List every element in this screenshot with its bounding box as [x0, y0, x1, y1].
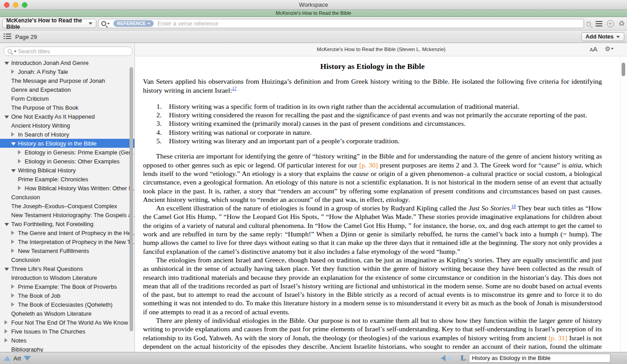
toc-item[interactable]: History as Etiology in the Bible: [0, 139, 135, 148]
toc-item[interactable]: Prime Example: The Book of Proverbs: [0, 282, 135, 291]
gear-icon[interactable]: ⚙: [605, 45, 614, 52]
toc-item[interactable]: The Purpose of This Book: [0, 103, 135, 112]
disclosure-closed-icon[interactable]: [11, 239, 18, 245]
criteria-list-item: 3.History writing examined the (primaril…: [156, 119, 602, 128]
add-notes-button[interactable]: Add Notes: [581, 32, 625, 41]
chevron-down-icon: [147, 23, 150, 25]
workspace-tab-bar[interactable]: McKenzie's How to Read the Bible: [0, 10, 627, 17]
table-of-contents-icon[interactable]: [4, 34, 11, 39]
disclosure-closed-icon[interactable]: [18, 158, 25, 165]
disclosure-open-icon[interactable]: [4, 60, 11, 66]
disclosure-closed-icon[interactable]: [4, 319, 11, 326]
disclosure-closed-icon[interactable]: [11, 283, 18, 290]
disclosure-closed-icon[interactable]: [18, 185, 25, 192]
sidebar-scrollbar[interactable]: [130, 67, 133, 331]
reference-scope-pill[interactable]: REFERENCE: [113, 20, 154, 27]
toc-item[interactable]: Five Issues In The Churches: [0, 327, 135, 336]
toc-item[interactable]: The Message and Purpose of Jonah: [0, 76, 135, 85]
toc-item[interactable]: Four Not The End Of The World As We Know…: [0, 318, 135, 327]
next-article-button[interactable]: [24, 356, 31, 361]
criteria-list-item: 2.History writing considered the reason …: [156, 111, 602, 119]
active-tab-label[interactable]: McKenzie's How to Read the Bible: [0, 10, 627, 17]
body-text: .: [408, 196, 410, 203]
toc-item[interactable]: Prime Example: Chronicles: [0, 175, 135, 184]
toc-item[interactable]: Introduction Jonah And Genre: [0, 58, 135, 67]
reader-book-title: McKenzie's How to Read the Bible (Steven…: [135, 47, 627, 52]
add-icon[interactable]: +: [607, 20, 614, 27]
verse-search-field[interactable]: REFERENCE Enter a verse reference: [98, 19, 584, 28]
disclosure-open-icon[interactable]: [4, 266, 11, 272]
toc-item[interactable]: Introduction to Wisdom Literature: [0, 273, 135, 282]
disclosure-closed-icon[interactable]: [11, 301, 18, 308]
toc-search-field[interactable]: Search titles: [4, 47, 133, 56]
footnote-link[interactable]: 18: [511, 204, 516, 209]
toc-item[interactable]: Etiology in Genesis: Prime Example (Gen…: [0, 148, 135, 157]
disclosure-closed-icon[interactable]: [18, 149, 25, 156]
toc-item[interactable]: Writing Biblical History: [0, 166, 135, 175]
disclosure-open-icon[interactable]: [11, 167, 18, 174]
disclosure-closed-icon[interactable]: [11, 131, 18, 138]
toc-item[interactable]: Genre and Expectation: [0, 85, 135, 94]
toc-item-label: Ancient History Writing: [11, 122, 70, 129]
disclosure-closed-icon[interactable]: [11, 230, 18, 236]
toolbar-icon-group: + ♻: [586, 19, 625, 29]
disclosure-open-icon[interactable]: [11, 140, 18, 147]
back-button[interactable]: [441, 355, 445, 361]
book-selector-label: McKenzie's How to Read the Bible: [6, 17, 89, 30]
toc-item[interactable]: Ancient History Writing: [0, 121, 135, 130]
toc-item[interactable]: New Testament Historiography: The Gospel…: [0, 210, 135, 219]
toc-item[interactable]: Qoheleth as Wisdom Literature: [0, 309, 135, 318]
toc-item[interactable]: New Testament Fulfillments: [0, 246, 135, 255]
toc-item[interactable]: The Genre and Intent of Prophecy in the …: [0, 228, 135, 237]
toc-item[interactable]: Etiology in Genesis: Other Examples: [0, 157, 135, 166]
context-list-icon[interactable]: [596, 21, 602, 26]
toc-item[interactable]: The Joseph–Exodus–Conquest Complex: [0, 201, 135, 210]
search-icon[interactable]: [101, 21, 106, 26]
toc-item[interactable]: Three Life's Real Questions: [0, 264, 135, 273]
body-text: There are plenty of individual etiologie…: [143, 317, 602, 342]
reader-scrollbar-track[interactable]: [620, 56, 627, 352]
toc-item[interactable]: The Book of Ecclesiastes (Qoheleth): [0, 300, 135, 309]
disclosure-closed-icon[interactable]: [11, 248, 18, 254]
reader-scrollbar-thumb[interactable]: [622, 63, 625, 76]
verse-search-placeholder: Enter a verse reference: [157, 20, 218, 27]
disclosure-closed-icon[interactable]: [4, 337, 11, 344]
search-details-icon[interactable]: [586, 21, 591, 26]
toc-item[interactable]: In Search of History: [0, 130, 135, 139]
disclosure-closed-icon[interactable]: [11, 292, 18, 299]
footnote-link[interactable]: 17: [232, 86, 237, 90]
disclosure-closed-icon[interactable]: [11, 69, 18, 75]
location-input[interactable]: History as Etiology in the Bible: [469, 354, 610, 363]
toc-item[interactable]: How Biblical History Was Written: Other …: [0, 184, 135, 193]
disclosure-closed-icon[interactable]: [4, 328, 11, 335]
reader-content[interactable]: History as Etiology in the Bible Van Set…: [135, 56, 620, 352]
window-title: Workspace: [0, 1, 627, 8]
location-mark-icon[interactable]: L: [461, 354, 466, 363]
disclosure-open-icon[interactable]: [4, 221, 11, 227]
previous-article-button[interactable]: [4, 356, 11, 361]
list-number: 3.: [156, 119, 169, 128]
reader-header: McKenzie's How to Read the Bible (Steven…: [135, 43, 627, 56]
disclosure-open-icon[interactable]: [4, 113, 11, 120]
toc-item[interactable]: The Book of Job: [0, 291, 135, 300]
chevron-down-icon: [616, 36, 620, 38]
toc-item[interactable]: One Not Exactly As It Happened: [0, 112, 135, 121]
book-selector-dropdown[interactable]: McKenzie's How to Read the Bible: [2, 19, 96, 28]
toc-item[interactable]: The Interpretation of Prophecy in the Ne…: [0, 237, 135, 246]
toc-icon-dots: [4, 34, 5, 39]
forward-button[interactable]: [449, 355, 453, 361]
search-icon: [8, 49, 12, 53]
text-size-button[interactable]: AA: [590, 45, 597, 53]
toc-item[interactable]: Bibliography: [0, 345, 135, 352]
toc-item[interactable]: Conclusion: [0, 255, 135, 264]
toc-item[interactable]: Two Forthtelling, Not Foretelling: [0, 219, 135, 228]
toc-item[interactable]: Conclusion: [0, 193, 135, 201]
amplify-icon[interactable]: ♻: [618, 20, 625, 27]
toc-item-label: New Testament Historiography: The Gospel…: [11, 212, 135, 218]
toc-item-label: Qoheleth as Wisdom Literature: [11, 310, 91, 317]
toc-item[interactable]: Notes: [0, 336, 135, 345]
toc-item[interactable]: Form Criticism: [0, 94, 135, 103]
search-options-caret-icon[interactable]: [107, 23, 110, 25]
toc-item-label: Etiology in Genesis: Other Examples: [25, 158, 120, 165]
toc-item[interactable]: Jonah: A Fishy Tale: [0, 67, 135, 76]
